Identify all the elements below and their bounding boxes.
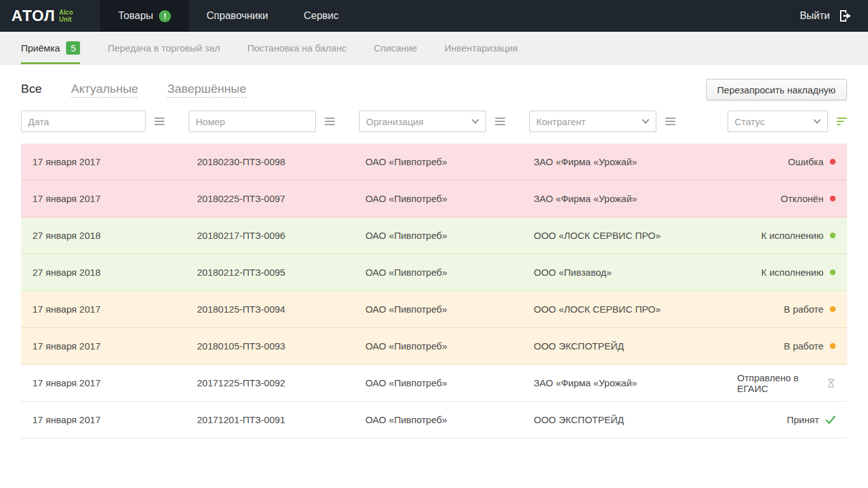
table-row[interactable]: 17 января 2017 20171225-ПТЗ-0092 ОАО «Пи…: [21, 365, 847, 402]
cell-organization: ОАО «Пивпотреб»: [365, 414, 534, 425]
table-row[interactable]: 27 января 2018 20180217-ПТЗ-0096 ОАО «Пи…: [21, 217, 847, 254]
chevron-down-icon: [813, 119, 821, 124]
status-indicator: [827, 378, 836, 388]
tab-label: Списание: [374, 43, 417, 53]
alert-badge: !: [159, 10, 171, 22]
hourglass-icon: [827, 378, 836, 388]
number-input[interactable]: [189, 111, 316, 132]
top-navbar: АТОЛ Alco Unit Товары ! Справочники Серв…: [0, 0, 868, 32]
tab-label: Передача в торговый зал: [107, 43, 220, 53]
filter-link-all[interactable]: Все: [21, 82, 42, 97]
status-dot-icon: [830, 196, 836, 201]
status-select[interactable]: Статус: [728, 111, 828, 132]
view-filter-row: Все Актуальные Завершённые Перезапросить…: [21, 79, 847, 100]
date-input[interactable]: [21, 111, 146, 132]
status-text: В работе: [783, 341, 824, 351]
status-text: Ошибка: [788, 156, 824, 167]
status-indicator: [830, 343, 836, 349]
cell-organization: ОАО «Пивпотреб»: [365, 377, 534, 388]
cell-status: В работе: [783, 341, 836, 351]
organization-select-value: Организация: [366, 116, 423, 127]
tab-priemka[interactable]: Приёмка 5: [21, 32, 80, 64]
cell-date: 17 января 2017: [32, 304, 197, 315]
cell-status: Ошибка: [788, 156, 836, 167]
cell-contragent: ООО «ЛОСК СЕРВИС ПРО»: [534, 304, 737, 315]
table-row[interactable]: 17 января 2017 20180125-ПТЗ-0094 ОАО «Пи…: [21, 291, 847, 328]
table-row[interactable]: 27 января 2018 20180212-ПТЗ-0095 ОАО «Пи…: [21, 254, 847, 291]
logout-button[interactable]: Выйти: [800, 0, 868, 32]
status-dot-icon: [830, 159, 836, 165]
number-sort-icon[interactable]: [325, 118, 335, 125]
invoice-table: 17 января 2017 20180230-ПТЗ-0098 ОАО «Пи…: [21, 144, 847, 438]
tab-inventarizaciya[interactable]: Инвентаризация: [444, 32, 518, 64]
filter-row: Организация Контрагент Статус: [21, 111, 847, 132]
table-row[interactable]: 17 января 2017 20180105-ПТЗ-0093 ОАО «Пи…: [21, 328, 847, 365]
filter-link-actual[interactable]: Актуальные: [71, 82, 139, 98]
status-sort-icon-active[interactable]: [837, 118, 847, 125]
cell-organization: ОАО «Пивпотреб»: [365, 267, 534, 278]
contragent-sort-icon[interactable]: [665, 118, 675, 125]
cell-organization: ОАО «Пивпотреб»: [365, 304, 534, 315]
table-row[interactable]: 17 января 2017 20180225-ПТЗ-0097 ОАО «Пи…: [21, 180, 847, 217]
status-text: К исполнению: [761, 267, 824, 278]
count-badge: 5: [66, 41, 80, 55]
number-filter-group: [189, 111, 335, 132]
logout-icon: [837, 8, 853, 24]
main-content: Все Актуальные Завершённые Перезапросить…: [0, 79, 868, 438]
status-select-value: Статус: [735, 116, 764, 127]
cell-status: Принят: [787, 414, 836, 425]
organization-sort-icon[interactable]: [495, 118, 505, 125]
tab-spisanie[interactable]: Списание: [374, 32, 417, 64]
table-row[interactable]: 17 января 2017 20180230-ПТЗ-0098 ОАО «Пи…: [21, 144, 847, 180]
cell-status: К исполнению: [761, 267, 836, 278]
table-row[interactable]: 17 января 2017 20171201-ПТЗ-0091 ОАО «Пи…: [21, 402, 847, 438]
cell-contragent: ЗАО «Фирма «Урожай»: [534, 377, 737, 388]
check-icon: [825, 416, 836, 424]
nav-item-goods[interactable]: Товары !: [100, 0, 189, 32]
status-text: В работе: [783, 304, 824, 315]
filter-link-completed[interactable]: Завершённые: [167, 82, 246, 98]
status-indicator: [825, 416, 836, 424]
cell-date: 27 января 2018: [32, 230, 197, 241]
status-dot-icon: [830, 233, 836, 238]
status-indicator: [830, 196, 836, 201]
cell-date: 17 января 2017: [32, 156, 197, 167]
cell-organization: ОАО «Пивпотреб»: [365, 341, 534, 351]
nav-item-service[interactable]: Сервис: [286, 0, 356, 32]
status-indicator: [830, 306, 836, 312]
cell-status: К исполнению: [761, 230, 836, 241]
cell-date: 17 января 2017: [32, 341, 197, 351]
nav-item-label: Сервис: [304, 10, 339, 22]
cell-date: 27 января 2018: [32, 267, 197, 278]
logo-subtext: Alco Unit: [59, 9, 73, 23]
contragent-select[interactable]: Контрагент: [529, 111, 656, 132]
tab-label: Приёмка: [21, 43, 60, 53]
nav-item-label: Справочники: [207, 10, 268, 22]
date-sort-icon[interactable]: [154, 118, 165, 125]
requery-invoice-button[interactable]: Перезапросить накладную: [706, 79, 847, 100]
contragent-select-value: Контрагент: [536, 116, 586, 127]
cell-contragent: ООО ЭКСПОТРЕЙД: [534, 341, 737, 351]
tab-peredacha[interactable]: Передача в торговый зал: [107, 32, 220, 64]
cell-date: 17 января 2017: [32, 377, 197, 388]
cell-date: 17 января 2017: [32, 193, 197, 204]
status-indicator: [830, 269, 836, 275]
organization-filter-group: Организация: [359, 111, 505, 132]
status-dot-icon: [830, 306, 836, 312]
tab-postanovka[interactable]: Постановка на баланс: [247, 32, 346, 64]
organization-select[interactable]: Организация: [359, 111, 486, 132]
chevron-down-icon: [471, 119, 479, 124]
tab-label: Постановка на баланс: [247, 43, 346, 53]
status-text: Отклонён: [781, 193, 824, 204]
cell-number: 20180217-ПТЗ-0096: [197, 230, 365, 241]
cell-number: 20180105-ПТЗ-0093: [197, 341, 365, 351]
section-tabbar: Приёмка 5 Передача в торговый зал Постан…: [0, 32, 868, 65]
status-dot-icon: [830, 269, 836, 275]
atol-logo: АТОЛ Alco Unit: [0, 0, 100, 32]
cell-status: Отклонён: [781, 193, 836, 204]
cell-contragent: ООО «ЛОСК СЕРВИС ПРО»: [534, 230, 737, 241]
cell-number: 20171201-ПТЗ-0091: [197, 414, 365, 425]
cell-contragent: ЗАО «Фирма «Урожай»: [534, 193, 737, 204]
nav-item-directories[interactable]: Справочники: [189, 0, 286, 32]
cell-number: 20180230-ПТЗ-0098: [197, 156, 365, 167]
